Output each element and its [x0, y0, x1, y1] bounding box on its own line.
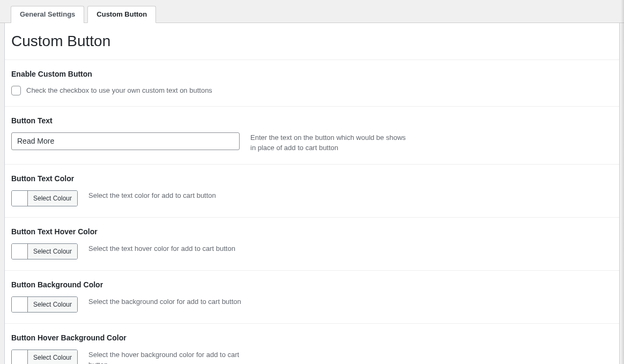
field-button-text-hover-color: Button Text Hover Color Select Colour Se… — [5, 218, 619, 271]
settings-panel: Custom Button Enable Custom Button Check… — [4, 23, 620, 364]
enable-checkbox[interactable] — [11, 86, 21, 95]
text-color-button-label: Select Colour — [28, 191, 77, 206]
text-color-label: Button Text Color — [11, 174, 613, 183]
tab-bar: General Settings Custom Button — [0, 0, 624, 23]
bg-color-label: Button Background Color — [11, 280, 613, 289]
field-enable-custom-button: Enable Custom Button Check the checkbox … — [5, 60, 619, 107]
panel-header: Custom Button — [5, 23, 619, 60]
text-hover-color-description: Select the text hover color for add to c… — [88, 243, 235, 254]
text-hover-color-button-label: Select Colour — [28, 244, 77, 259]
hover-bg-color-label: Button Hover Background Color — [11, 333, 613, 342]
text-color-picker[interactable]: Select Colour — [11, 190, 78, 206]
hover-bg-color-picker[interactable]: Select Colour — [11, 350, 78, 364]
bg-color-picker[interactable]: Select Colour — [11, 296, 78, 313]
bg-color-button-label: Select Colour — [28, 297, 77, 312]
text-color-description: Select the text color for add to cart bu… — [88, 190, 216, 201]
field-button-background-color: Button Background Color Select Colour Se… — [5, 271, 619, 324]
enable-description: Check the checkbox to use your own custo… — [26, 86, 212, 94]
right-shadow — [621, 0, 624, 364]
enable-label: Enable Custom Button — [11, 70, 613, 78]
hover-bg-color-description: Select the hover background color for ad… — [88, 350, 249, 364]
button-text-input[interactable] — [11, 132, 240, 151]
text-hover-color-picker[interactable]: Select Colour — [11, 243, 78, 259]
bg-color-swatch — [12, 297, 28, 312]
tab-custom-button[interactable]: Custom Button — [87, 6, 156, 23]
field-button-text: Button Text Enter the text on the button… — [5, 107, 619, 165]
text-color-swatch — [12, 191, 28, 206]
bg-color-description: Select the background color for add to c… — [88, 296, 241, 307]
text-hover-color-swatch — [12, 244, 28, 259]
tab-general-settings[interactable]: General Settings — [11, 6, 84, 23]
field-button-hover-background-color: Button Hover Background Color Select Col… — [5, 324, 619, 364]
field-button-text-color: Button Text Color Select Colour Select t… — [5, 165, 619, 218]
hover-bg-color-swatch — [12, 350, 28, 364]
hover-bg-color-button-label: Select Colour — [28, 350, 77, 364]
button-text-description: Enter the text on the button which would… — [250, 132, 411, 153]
page-title: Custom Button — [11, 33, 613, 50]
text-hover-color-label: Button Text Hover Color — [11, 227, 613, 236]
button-text-label: Button Text — [11, 116, 613, 125]
